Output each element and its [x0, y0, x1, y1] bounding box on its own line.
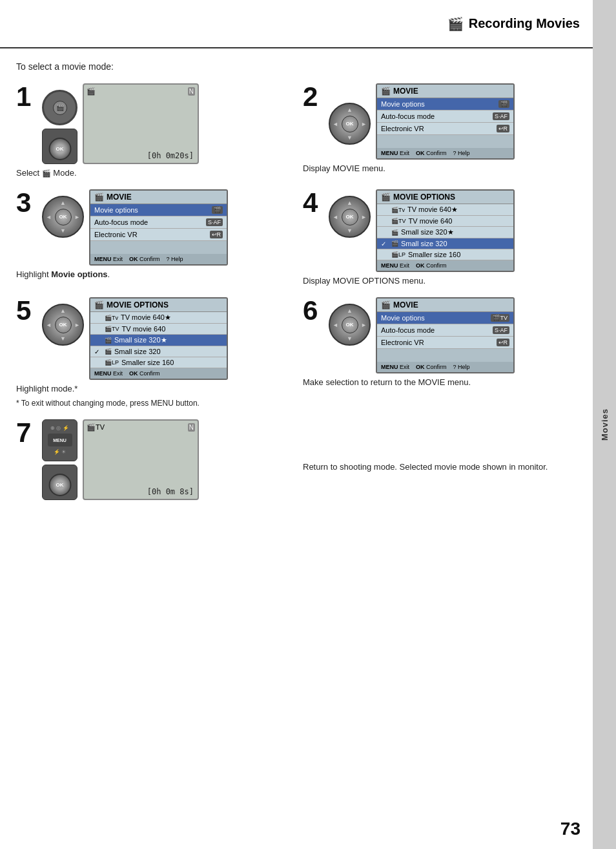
menu-item-2-2: Electronic VR ↩R: [377, 123, 513, 135]
option-5-0: 🎬Tv TV movie 640★: [90, 312, 227, 324]
step-6-number: 6: [303, 297, 323, 324]
option-4-0: 🎬Tv TV movie 640★: [377, 204, 513, 216]
nav-pad-2: OK ▲ ▼ ◄ ►: [329, 103, 371, 145]
step-5: 5 OK ▲ ▼ ◄ ►: [16, 297, 290, 408]
nav-pad-1: OK: [48, 138, 71, 160]
menu-step-2: 🎬MOVIE Movie options 🎬 Auto-focus mode S…: [376, 83, 515, 160]
camera-body-left-1: OK: [42, 129, 77, 164]
nav-pad-3: OK ▲ ▼ ◄ ►: [42, 196, 84, 238]
intro-text: To select a movie mode:: [16, 61, 577, 72]
step-5-number: 5: [16, 297, 37, 324]
menu-footer-2: MENU Exit OK Confirm ? Help: [377, 148, 513, 158]
page-number: 73: [560, 819, 580, 839]
main-content: To select a movie mode: 1 🎬: [0, 48, 593, 849]
options-footer-5: MENU Exit OK Confirm: [90, 368, 227, 379]
lcd-step-1: 🎬 N [0h 0m20s]: [83, 83, 199, 164]
option-4-4: 🎬LP Smaller size 160: [377, 249, 513, 260]
camera-body-left-7: OK: [42, 465, 77, 500]
step-5-caption: Highlight mode.*: [16, 383, 290, 395]
step-6-caption: Make selection to return to the MOVIE me…: [303, 377, 577, 388]
menu-title-2: 🎬MOVIE: [377, 85, 513, 98]
mode-icon: 🎬: [56, 104, 64, 111]
option-5-1: 🎬TV TV movie 640: [90, 324, 227, 335]
page-title: 🎬 Recording Movies: [447, 16, 580, 32]
step-4-number: 4: [303, 189, 323, 216]
nav-pad-7-body: OK: [48, 474, 71, 496]
menu-item-3-0: Movie options 🎬: [90, 204, 227, 216]
option-4-1: 🎬TV TV movie 640: [377, 216, 513, 227]
menu-item-3-2: Electronic VR ↩R: [90, 229, 227, 241]
page-header: 🎬 Recording Movies: [0, 0, 593, 48]
camera-icons-7: ⊕ ◎ ⚡: [50, 425, 68, 431]
lcd-corner-badge-7: N: [188, 423, 195, 432]
sidebar-label: Movies: [600, 408, 610, 441]
nav-pad-5: OK ▲ ▼ ◄ ►: [42, 304, 84, 346]
menu-step-3: 🎬MOVIE Movie options 🎬 Auto-focus mode S…: [89, 189, 228, 266]
step-7-caption: Return to shooting mode. Selected movie …: [303, 461, 577, 473]
step-1: 1 🎬 OK: [16, 83, 290, 179]
menu-step-6: 🎬MOVIE Movie options 🎬TV Auto-focus mode…: [376, 297, 515, 373]
sidebar-tab: Movies: [593, 0, 616, 849]
menu-button-7: MENU: [53, 438, 67, 443]
nav-pad-6: OK ▲ ▼ ◄ ►: [329, 304, 371, 346]
menu-item-2-0: Movie options 🎬: [377, 98, 513, 110]
step-2-number: 2: [303, 83, 323, 110]
camera-symbol-7: ⚡ ☀: [54, 449, 66, 455]
option-4-2: 🎬 Small size 320★: [377, 227, 513, 238]
option-5-2: 🎬 Small size 320★: [90, 335, 227, 346]
menu-footer-3: MENU Exit OK Confirm ? Help: [90, 254, 227, 264]
options-title-4: 🎬MOVIE OPTIONS: [377, 191, 513, 204]
lcd-timer-1: [0h 0m20s]: [147, 151, 194, 160]
mode-dial: 🎬: [42, 90, 77, 125]
lcd-step-7: 🎬TV N [0h 0m 8s]: [83, 419, 199, 500]
menu-item-3-1: Auto-focus mode S·AF: [90, 216, 227, 229]
lcd-corner-badge-1: N: [188, 87, 195, 96]
step-7-number: 7: [16, 419, 37, 446]
step-7: 7 ⊕ ◎ ⚡ MENU ⚡ ☀: [16, 419, 290, 500]
step-2: 2 OK ▲ ▼ ◄ ►: [303, 83, 577, 174]
options-title-5: 🎬MOVIE OPTIONS: [90, 299, 227, 312]
step-1-number: 1: [16, 83, 37, 110]
step-3-number: 3: [16, 189, 37, 216]
step-3-caption: Highlight Movie options.: [16, 269, 290, 280]
menu-item-6-2: Electronic VR ↩R: [377, 337, 513, 349]
lcd-timer-7: [0h 0m 8s]: [147, 487, 194, 496]
menu-title-6: 🎬MOVIE: [377, 299, 513, 312]
menu-item-2-1: Auto-focus mode S·AF: [377, 110, 513, 123]
lcd-movie-icon-7: 🎬TV: [87, 423, 105, 432]
menu-title-3: 🎬MOVIE: [90, 191, 227, 204]
options-footer-4: MENU Exit OK Confirm: [377, 260, 513, 271]
step-6: 6 OK ▲ ▼ ◄ ►: [303, 297, 577, 388]
options-menu-step-4: 🎬MOVIE OPTIONS 🎬Tv TV movie 640★ 🎬TV: [376, 189, 515, 272]
lcd-movie-icon-1: 🎬: [87, 87, 96, 96]
menu-item-6-0: Movie options 🎬TV: [377, 312, 513, 324]
final-text-area: Return to shooting mode. Selected movie …: [303, 458, 577, 473]
step-4: 4 OK ▲ ▼ ◄ ►: [303, 189, 577, 287]
option-5-3: ✓ 🎬 Small size 320: [90, 346, 227, 357]
movie-camera-icon: 🎬: [447, 16, 464, 32]
nav-pad-4: OK ▲ ▼ ◄ ►: [329, 196, 371, 238]
option-5-4: 🎬LP Smaller size 160: [90, 357, 227, 368]
option-4-3: ✓ 🎬 Small size 320: [377, 238, 513, 249]
step-2-caption: Display MOVIE menu.: [303, 163, 577, 174]
step-4-caption: Display MOVIE OPTIONS menu.: [303, 275, 577, 287]
step-5-sub: * To exit without changing mode, press M…: [16, 397, 290, 409]
options-menu-step-5: 🎬MOVIE OPTIONS 🎬Tv TV movie 640★ 🎬TV: [89, 297, 228, 380]
menu-item-6-1: Auto-focus mode S·AF: [377, 324, 513, 337]
header-title-text: Recording Movies: [469, 16, 580, 31]
menu-footer-6: MENU Exit OK Confirm ? Help: [377, 362, 513, 372]
step-3: 3 OK ▲ ▼ ◄ ►: [16, 189, 290, 280]
step-1-caption: Select 🎬 Mode.: [16, 167, 290, 179]
camera-left-7: ⊕ ◎ ⚡ MENU ⚡ ☀ OK: [42, 419, 77, 500]
